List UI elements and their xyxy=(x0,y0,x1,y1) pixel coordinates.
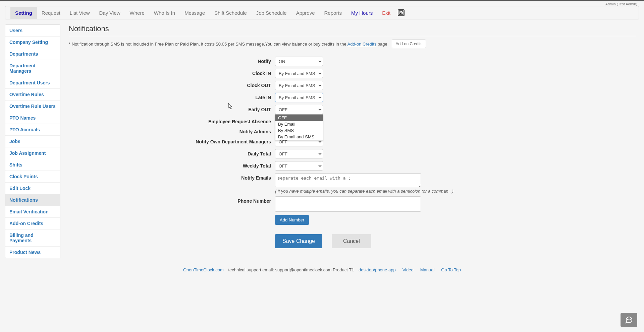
dropdown-option-by-email-and-sms[interactable]: By Email and SMS xyxy=(275,134,323,140)
sidebar-item-pto-names[interactable]: PTO Names xyxy=(5,112,60,124)
user-info: Admin (Test Admin) xyxy=(0,1,644,6)
weekly-total-select[interactable]: OFF xyxy=(275,161,323,171)
earlyout-label: Early OUT xyxy=(69,105,275,112)
sidebar-item-email-verification[interactable]: Email Verification xyxy=(5,206,60,218)
notify-label: Notify xyxy=(69,57,275,64)
latein-select[interactable]: By Email and SMS xyxy=(275,93,323,102)
phone-number-label: Phone Number xyxy=(69,196,275,204)
sidebar-item-departments[interactable]: Departments xyxy=(5,48,60,60)
nav-job-schedule[interactable]: Job Schedule xyxy=(252,7,291,19)
sidebar-item-overtime-rule-users[interactable]: Overtime Rule Users xyxy=(5,101,60,112)
dropdown-option-by-email[interactable]: By Email xyxy=(275,121,323,127)
weekly-total-label: Weekly Total xyxy=(69,161,275,169)
sidebar-item-department-managers[interactable]: Department Managers xyxy=(5,60,60,77)
sidebar-item-company-setting[interactable]: Company Setting xyxy=(5,37,60,48)
nav-list-view[interactable]: List View xyxy=(65,7,95,19)
nav-message[interactable]: Message xyxy=(180,7,210,19)
notify-own-dept-label: Notify Own Department Managers xyxy=(69,137,275,144)
sidebar-item-clock-points[interactable]: Clock Points xyxy=(5,171,60,183)
addon-credits-link[interactable]: Add-on Credits xyxy=(347,42,377,47)
sidebar-item-shifts[interactable]: Shifts xyxy=(5,159,60,171)
notify-emails-input[interactable] xyxy=(275,173,421,187)
addon-credits-button[interactable]: Add-on Credits xyxy=(392,40,426,48)
dropdown-option-by-sms[interactable]: By SMS xyxy=(275,127,323,134)
footer-link-video[interactable]: Video xyxy=(402,267,414,272)
notice-text: * Notification through SMS is not includ… xyxy=(69,42,388,47)
phone-number-input[interactable] xyxy=(275,196,421,212)
save-button[interactable]: Save Change xyxy=(275,234,322,248)
footer: OpenTimeClock.com technical support emai… xyxy=(0,263,644,276)
sidebar-item-notifications[interactable]: Notifications xyxy=(5,194,60,206)
clockin-select[interactable]: By Email and SMS xyxy=(275,69,323,78)
nav-exit[interactable]: Exit xyxy=(377,7,395,19)
nav-approve[interactable]: Approve xyxy=(291,7,320,19)
sidebar-item-product-news[interactable]: Product News xyxy=(5,247,60,258)
emp-req-absence-label: Employee Request Absence xyxy=(69,117,275,124)
notify-select[interactable]: ON xyxy=(275,57,323,66)
sidebar-item-jobs[interactable]: Jobs xyxy=(5,136,60,147)
nav-day-view[interactable]: Day View xyxy=(94,7,125,19)
daily-total-label: Daily Total xyxy=(69,149,275,156)
clockout-label: Clock OUT xyxy=(69,81,275,88)
nav-reports[interactable]: Reports xyxy=(320,7,347,19)
notify-emails-label: Notify Emails xyxy=(69,173,275,181)
dropdown-option-off[interactable]: OFF xyxy=(275,115,323,121)
cancel-button[interactable]: Cancel xyxy=(332,234,371,248)
nav-setting[interactable]: Setting xyxy=(10,7,37,19)
page-title: Notifications xyxy=(69,24,636,36)
clockout-select[interactable]: By Email and SMS xyxy=(275,81,323,90)
nav-my-hours[interactable]: My Hours xyxy=(346,7,377,19)
sidebar-item-users[interactable]: Users xyxy=(5,25,60,37)
sidebar-item-edit-lock[interactable]: Edit Lock xyxy=(5,183,60,194)
sidebar-item-add-on-credits[interactable]: Add-on Credits xyxy=(5,218,60,229)
footer-link-desktop-phone-app[interactable]: desktop/phone app xyxy=(359,267,396,272)
notify-admins-label: Notify Admins xyxy=(69,127,275,134)
nav-who-is-in[interactable]: Who Is In xyxy=(149,7,180,19)
sidebar-item-pto-accruals[interactable]: PTO Accruals xyxy=(5,124,60,136)
clockin-label: Clock IN xyxy=(69,69,275,76)
footer-brand-link[interactable]: OpenTimeClock.com xyxy=(183,267,224,272)
earlyout-dropdown: OFFBy EmailBy SMSBy Email and SMS xyxy=(275,114,323,140)
sidebar-item-job-assignment[interactable]: Job Assignment xyxy=(5,147,60,159)
fullscreen-icon[interactable] xyxy=(398,9,405,16)
nav-request[interactable]: Request xyxy=(37,7,65,19)
nav-bar: SettingRequestList ViewDay ViewWhereWho … xyxy=(5,6,639,19)
svg-rect-0 xyxy=(399,11,403,15)
earlyout-select[interactable]: OFF xyxy=(275,105,323,114)
add-number-button[interactable]: Add Number xyxy=(275,215,309,225)
daily-total-select[interactable]: OFF xyxy=(275,149,323,158)
sidebar: UsersCompany SettingDepartmentsDepartmen… xyxy=(5,24,60,258)
footer-link-go-to-top[interactable]: Go To Top xyxy=(441,267,461,272)
nav-where[interactable]: Where xyxy=(125,7,149,19)
sidebar-item-overtime-rules[interactable]: Overtime Rules xyxy=(5,89,60,101)
sidebar-item-billing-and-payments[interactable]: Billing and Payments xyxy=(5,229,60,247)
notify-emails-hint: ( if you have multiple emails, you can s… xyxy=(275,189,453,194)
latein-label: Late IN xyxy=(69,93,275,100)
footer-link-manual[interactable]: Manual xyxy=(420,267,435,272)
sidebar-item-department-users[interactable]: Department Users xyxy=(5,77,60,89)
nav-shift-schedule[interactable]: Shift Schedule xyxy=(210,7,252,19)
